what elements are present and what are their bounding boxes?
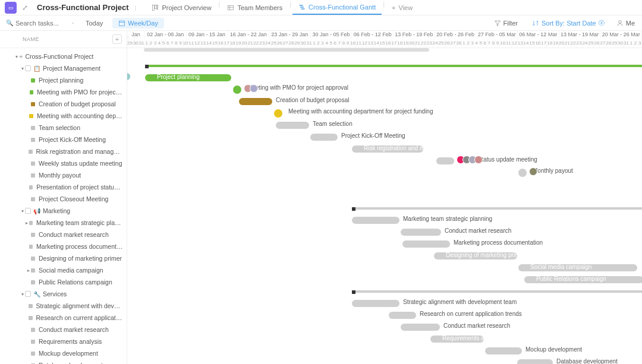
gantt-row: Marketing process documentation <box>127 238 642 250</box>
task-bar[interactable]: Creation of budget proposal <box>239 98 272 105</box>
filter-button[interactable]: Filter <box>489 18 523 29</box>
gantt-row: Public Relations campaign <box>127 274 642 286</box>
chevron-down-icon[interactable]: ⌄ <box>71 20 75 25</box>
weekday-toggle[interactable]: Week/Day <box>112 18 164 29</box>
group-bar[interactable] <box>145 65 430 67</box>
toggle-icon[interactable]: ▾ <box>20 66 25 71</box>
day-cell: 22 <box>253 39 259 48</box>
day-cell: 29 <box>295 39 301 48</box>
gantt-canvas[interactable]: Project planningMeeting with PMO for pro… <box>127 48 642 364</box>
status-color <box>31 78 35 83</box>
project-icon[interactable]: ▭ <box>5 2 17 14</box>
tree-node[interactable]: Conduct market research <box>0 229 127 240</box>
toggle-icon[interactable]: ▸ <box>26 268 31 273</box>
day-row: 2930311234567891011121314151617181920212… <box>127 39 642 48</box>
task-bar[interactable]: Public Relations campaign <box>524 276 642 283</box>
gantt-row: Meeting with accounting department for p… <box>127 107 642 119</box>
status-color <box>31 257 35 261</box>
task-bar[interactable]: Research on current application trends <box>389 312 416 319</box>
search-wrap: 🔍 ⌄ <box>5 18 76 29</box>
toggle-icon[interactable]: ▾ <box>20 292 25 297</box>
tree-node[interactable]: Meeting with accounting depart... <box>0 110 127 122</box>
tree-node[interactable]: Monthly payout <box>0 169 127 181</box>
today-button[interactable]: Today <box>81 18 108 29</box>
avatars[interactable] <box>457 156 483 164</box>
search-input[interactable] <box>5 18 76 29</box>
day-cell: 18 <box>397 39 403 48</box>
day-cell: 25 <box>588 39 594 48</box>
node-label: Mockup development <box>39 350 98 357</box>
task-bar[interactable]: Database development <box>517 359 553 364</box>
tree-node[interactable]: Project planning <box>0 74 127 86</box>
tree-node[interactable]: Strategic alignment with develop... <box>0 300 127 312</box>
milestone-dot[interactable]: Meeting with PMO for project approval <box>233 86 241 94</box>
tree-node[interactable]: Team selection <box>0 122 127 134</box>
tree-node[interactable]: ▾📋Project Management <box>0 62 127 74</box>
task-bar[interactable]: Risk registration and management <box>352 145 423 153</box>
task-bar[interactable]: Project Kick-Off Meeting <box>310 134 338 141</box>
avatars[interactable] <box>529 167 537 176</box>
node-label: Requirements analysis <box>39 338 102 345</box>
task-bar[interactable]: Conduct market research <box>401 324 440 331</box>
me-button[interactable]: Me <box>614 18 637 29</box>
tree-node[interactable]: ▾📢Marketing <box>0 205 127 217</box>
tree-node[interactable]: Designing of marketing primer <box>0 252 127 264</box>
tree-node[interactable]: ▾+Cross-Functional Project <box>0 50 127 62</box>
list-icon <box>25 291 31 297</box>
add-task-button[interactable]: + <box>112 34 122 44</box>
collapse-handle-icon[interactable]: ⋮⋮ <box>127 31 136 364</box>
day-cell: 27 <box>283 39 289 48</box>
toggle-icon[interactable]: ▾ <box>20 208 25 214</box>
task-bar[interactable]: Designing of marketing primer <box>434 252 517 259</box>
task-bar[interactable]: Strategic alignment with development tea… <box>352 300 399 307</box>
group-bar[interactable] <box>352 207 642 210</box>
task-bar[interactable]: Requirements analysis <box>430 335 484 343</box>
tree-node[interactable]: Weekly status update meeting <box>0 157 127 169</box>
group-bar[interactable] <box>352 290 642 293</box>
avatars[interactable] <box>244 84 258 93</box>
task-bar[interactable]: Marketing team strategic planning <box>352 217 399 224</box>
task-bar[interactable]: Mockup development <box>485 347 522 354</box>
node-label: Project Management <box>43 65 100 72</box>
node-label: Marketing <box>43 207 70 214</box>
tree-node[interactable]: Project Closeout Meeting <box>0 193 127 205</box>
tree-node[interactable]: Presentation of project status re... <box>0 181 127 193</box>
tree-node[interactable]: Risk registration and management <box>0 145 127 157</box>
tab-cross-functional-gantt[interactable]: Cross-Functional Gantt <box>292 1 382 15</box>
tree-node[interactable]: Research on current application ... <box>0 312 127 324</box>
tree-node[interactable]: Marketing process documentation <box>0 240 127 252</box>
tab-team-members[interactable]: Team Members <box>221 1 288 15</box>
add-view-button[interactable]: + View <box>386 1 418 15</box>
sort-button[interactable]: Sort By: Start Date ⓧ <box>527 17 609 29</box>
toggle-icon[interactable]: ▾ <box>14 54 19 59</box>
task-bar[interactable]: Conduct market research <box>401 229 441 236</box>
milestone-dot[interactable]: Meeting with accounting department for p… <box>274 109 282 118</box>
tree-node[interactable]: ▾🔧Services <box>0 288 127 300</box>
task-bar[interactable]: Social media campaign <box>518 264 637 271</box>
scrollbar-thumb[interactable] <box>144 48 429 52</box>
task-bar[interactable]: Marketing process documentation <box>402 240 450 248</box>
day-cell: 24 <box>433 39 439 48</box>
close-icon[interactable]: ⓧ <box>599 19 605 27</box>
toggle-icon[interactable]: ▸ <box>24 220 29 226</box>
tree-node[interactable]: Project Kick-Off Meeting <box>0 134 127 145</box>
milestone-dot[interactable]: Monthly payout <box>518 169 527 177</box>
tree-node[interactable]: Database development <box>0 359 127 364</box>
task-bar[interactable]: Project planning <box>145 74 231 81</box>
task-bar[interactable]: Weekly status update meeting <box>436 157 454 164</box>
gantt-row: Marketing team strategic planning <box>127 214 642 226</box>
day-cell: 5 <box>162 39 166 48</box>
tab-project-overview[interactable]: Project Overview <box>146 1 217 15</box>
day-cell: 6 <box>333 39 338 48</box>
tree-node[interactable]: Creation of budget proposal <box>0 98 127 110</box>
tree-node[interactable]: ▸Social media campaign <box>0 264 127 276</box>
expand-icon[interactable]: ⤢ <box>19 2 31 14</box>
day-cell: 23 <box>259 39 265 48</box>
tree-node[interactable]: ▸Marketing team strategic planning <box>0 217 127 229</box>
tree-node[interactable]: Conduct market research <box>0 324 127 335</box>
tree-node[interactable]: Mockup development <box>0 347 127 359</box>
tree-node[interactable]: Requirements analysis <box>0 335 127 347</box>
tree-node[interactable]: Meeting with PMO for project a... <box>0 86 127 98</box>
tree-node[interactable]: Public Relations campaign <box>0 276 127 288</box>
task-bar[interactable]: Team selection <box>276 122 309 129</box>
